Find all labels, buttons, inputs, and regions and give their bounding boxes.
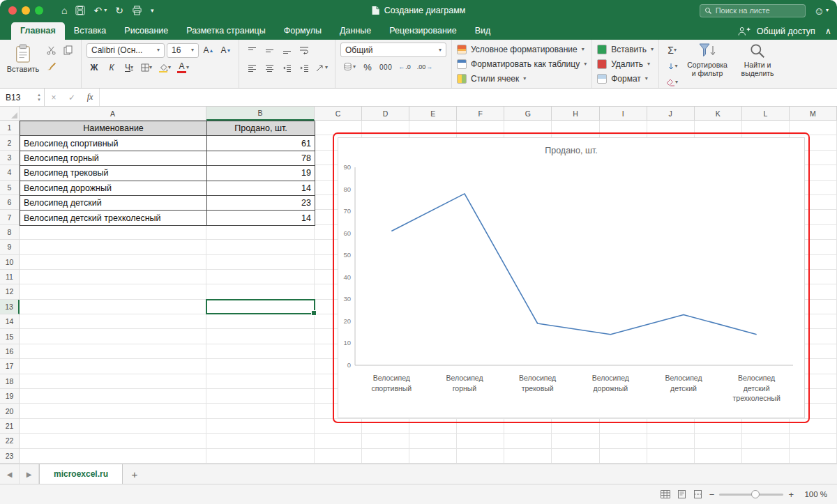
- cell-G22[interactable]: [504, 434, 552, 448]
- table-row-0-value[interactable]: 61: [207, 136, 315, 151]
- column-header-M[interactable]: M: [790, 107, 837, 121]
- column-header-J[interactable]: J: [647, 107, 695, 121]
- row-header-20[interactable]: 20: [0, 404, 20, 418]
- next-sheet-button[interactable]: ▶: [20, 464, 39, 484]
- row-header-8[interactable]: 8: [0, 225, 20, 240]
- row-header-5[interactable]: 5: [0, 181, 20, 195]
- undo-button[interactable]: ↶▾: [93, 5, 107, 16]
- cell-A19[interactable]: [20, 389, 206, 404]
- table-row-5-value[interactable]: 14: [207, 211, 315, 225]
- row-header-13[interactable]: 13: [0, 300, 20, 314]
- tab-Вставка[interactable]: Вставка: [65, 22, 115, 40]
- cell-M22[interactable]: [790, 434, 837, 448]
- percent-style-button[interactable]: %: [360, 59, 375, 75]
- bold-button[interactable]: Ж: [86, 60, 102, 75]
- cell-A18[interactable]: [20, 374, 206, 389]
- cell-B9[interactable]: [206, 240, 315, 254]
- row-header-11[interactable]: 11: [0, 270, 20, 284]
- cell-B12[interactable]: [206, 284, 315, 299]
- align-top-button[interactable]: [244, 43, 259, 58]
- cell-A16[interactable]: [20, 344, 206, 359]
- table-row-4-name[interactable]: Велосипед детский: [20, 196, 207, 211]
- cell-F23[interactable]: [457, 449, 504, 464]
- cell-B22[interactable]: [206, 434, 315, 448]
- sheet-search[interactable]: [700, 4, 806, 17]
- table-row-4-value[interactable]: 23: [207, 196, 315, 211]
- cell-B23[interactable]: [206, 449, 315, 464]
- fill-color-button[interactable]: ▾: [156, 60, 173, 75]
- cell-B14[interactable]: [206, 314, 315, 329]
- tab-Главная[interactable]: Главная: [11, 22, 65, 40]
- table-row-2-name[interactable]: Велосипед трековый: [20, 166, 207, 181]
- cell-I22[interactable]: [600, 434, 647, 448]
- cell-A23[interactable]: [20, 449, 206, 464]
- cell-J23[interactable]: [647, 449, 695, 464]
- page-break-view-button[interactable]: [693, 490, 702, 498]
- row-header-22[interactable]: 22: [0, 434, 20, 448]
- cell-B10[interactable]: [206, 255, 315, 270]
- row-header-6[interactable]: 6: [0, 195, 20, 210]
- number-format-select[interactable]: Общий▾: [340, 43, 446, 57]
- cell-A15[interactable]: [20, 329, 206, 344]
- table-row-2-value[interactable]: 19: [207, 166, 315, 181]
- style-button-1[interactable]: Форматировать как таблицу▾: [457, 57, 587, 71]
- italic-button[interactable]: К: [104, 60, 119, 75]
- table-row-1-name[interactable]: Велосипед горный: [20, 151, 207, 166]
- table-row-3-name[interactable]: Велосипед дорожный: [20, 181, 207, 196]
- row-header-1[interactable]: 1: [0, 121, 20, 135]
- tab-Рецензирование[interactable]: Рецензирование: [380, 22, 466, 40]
- row-header-12[interactable]: 12: [0, 284, 20, 299]
- increase-indent-button[interactable]: [296, 60, 312, 75]
- align-left-button[interactable]: [244, 60, 259, 75]
- column-header-K[interactable]: K: [695, 107, 742, 121]
- minimize-window-button[interactable]: [22, 6, 30, 15]
- cell-D23[interactable]: [362, 449, 409, 464]
- cell-K23[interactable]: [695, 449, 742, 464]
- cell-A21[interactable]: [20, 419, 206, 434]
- cell-A22[interactable]: [20, 434, 206, 448]
- home-icon[interactable]: ⌂: [61, 5, 67, 16]
- cell-B11[interactable]: [206, 270, 315, 284]
- prev-sheet-button[interactable]: ◀: [0, 464, 20, 484]
- save-icon[interactable]: [75, 6, 85, 15]
- row-header-3[interactable]: 3: [0, 151, 20, 165]
- row-header-15[interactable]: 15: [0, 329, 20, 344]
- cell-E23[interactable]: [409, 449, 457, 464]
- align-center-button[interactable]: [262, 60, 277, 75]
- table-header-sold[interactable]: Продано, шт.: [207, 121, 315, 136]
- column-header-C[interactable]: C: [315, 107, 362, 121]
- clear-button[interactable]: ▾: [664, 75, 680, 89]
- row-header-16[interactable]: 16: [0, 344, 20, 359]
- fill-button[interactable]: ▾: [664, 59, 680, 74]
- selected-cell[interactable]: [206, 299, 315, 314]
- style-button-0[interactable]: Условное форматирование▾: [457, 43, 587, 56]
- underline-button[interactable]: Ч▾: [121, 60, 137, 75]
- search-input[interactable]: [716, 6, 792, 15]
- find-select-button[interactable]: Найти и выделить: [734, 43, 781, 77]
- format-painter-button[interactable]: [43, 58, 59, 73]
- select-all-corner[interactable]: [0, 107, 20, 121]
- cell-A10[interactable]: [20, 255, 206, 270]
- wrap-text-button[interactable]: [296, 43, 312, 58]
- row-header-9[interactable]: 9: [0, 240, 20, 254]
- column-header-D[interactable]: D: [362, 107, 409, 121]
- tab-Данные[interactable]: Данные: [331, 22, 380, 40]
- cell-B18[interactable]: [206, 374, 315, 389]
- cell-B20[interactable]: [206, 404, 315, 418]
- column-header-B[interactable]: B: [206, 107, 315, 121]
- borders-button[interactable]: ▾: [139, 60, 154, 75]
- cell-L23[interactable]: [742, 449, 790, 464]
- cell-A17[interactable]: [20, 359, 206, 374]
- cell-B16[interactable]: [206, 344, 315, 359]
- line-chart[interactable]: Продано, шт.0102030405060708090Велосипед…: [338, 138, 804, 418]
- print-button[interactable]: [132, 6, 142, 15]
- insert-function-button[interactable]: fx: [81, 89, 99, 106]
- column-header-A[interactable]: A: [20, 107, 206, 121]
- cell-C22[interactable]: [315, 434, 362, 448]
- page-layout-view-button[interactable]: [677, 490, 686, 498]
- font-size-select[interactable]: 16▾: [167, 43, 199, 58]
- align-middle-button[interactable]: [262, 43, 277, 58]
- table-row-1-value[interactable]: 78: [207, 151, 315, 166]
- row-header-23[interactable]: 23: [0, 449, 20, 464]
- cell-B19[interactable]: [206, 389, 315, 404]
